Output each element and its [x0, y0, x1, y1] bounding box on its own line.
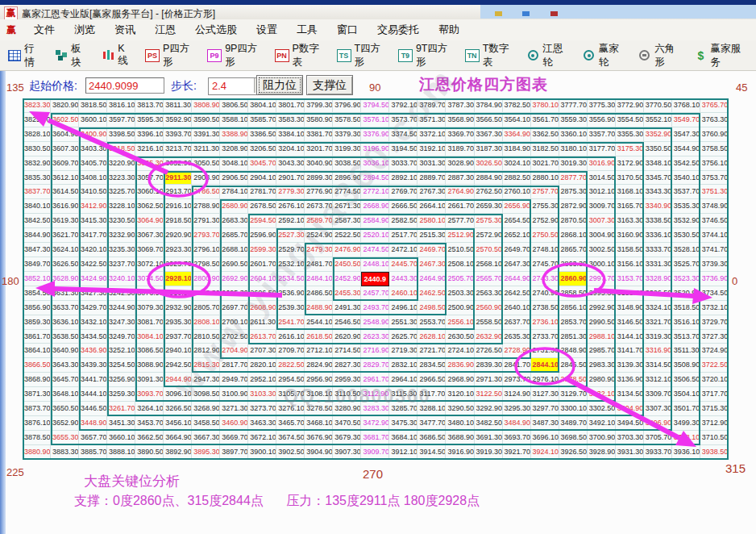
grid-cell: 3496.90 — [644, 416, 672, 431]
grid-cell: 3672.10 — [248, 431, 276, 445]
grid-cell: 3326.50 — [644, 286, 672, 301]
toolbar-item[interactable]: P99P四方形 — [204, 40, 265, 72]
grid-cell: 2683.30 — [220, 214, 248, 228]
menu-item[interactable]: 帮助 — [429, 23, 469, 37]
grid-cell: 3828.10 — [23, 127, 51, 142]
menu-item[interactable]: 工具 — [287, 23, 327, 37]
grid-cell: 3264.10 — [135, 402, 164, 416]
grid-cell: 2704.90 — [220, 344, 248, 358]
grid-cell: 3117.70 — [417, 387, 446, 402]
grid-cell: 3892.90 — [164, 445, 192, 460]
toolbar-item[interactable]: 六角形 — [635, 40, 685, 72]
menu-item[interactable]: 资讯 — [105, 23, 145, 37]
grid-cell: 3439.30 — [79, 358, 107, 373]
grid-cell: 3715.30 — [700, 402, 729, 416]
grid-cell: 2992.90 — [588, 301, 616, 315]
menu-item[interactable]: 公式选股 — [185, 23, 247, 37]
grid-cell: 2913.70 — [164, 185, 192, 199]
grid-cell: 3405.70 — [79, 156, 107, 171]
grid-cell: 3345.70 — [644, 171, 672, 186]
grid-cell: 2863.30 — [559, 257, 588, 272]
grid-cell: 3019.30 — [559, 156, 588, 171]
menu-item[interactable]: 设置 — [247, 23, 287, 37]
grid-cell: 2968.90 — [446, 373, 474, 387]
grid-cell: 3196.90 — [361, 142, 389, 156]
grid-cell: 3302.50 — [588, 402, 616, 416]
grid-cell: 3374.50 — [389, 127, 417, 142]
grid-cell: 3398.50 — [107, 127, 135, 142]
grid-cell: 3141.70 — [616, 344, 644, 358]
grid-cell: 2568.10 — [475, 257, 503, 272]
grid-cell: 3868.90 — [23, 373, 51, 387]
grid-cell: 3290.50 — [446, 402, 474, 416]
start-price-input[interactable] — [85, 77, 164, 94]
grid-cell: 3590.50 — [192, 113, 220, 127]
grid-cell: 2961.70 — [361, 373, 389, 387]
grid-cell: 2920.90 — [164, 228, 192, 243]
grid-cell: 2508.10 — [446, 257, 474, 272]
grid-cell: 3703.30 — [616, 431, 644, 445]
menu-item[interactable]: 浏览 — [64, 23, 105, 37]
grid-cell: 3151.30 — [616, 286, 644, 301]
grid-cell: 2798.50 — [192, 257, 220, 272]
grid-cell: 3160.90 — [616, 228, 644, 243]
grid-cell: 3688.90 — [446, 431, 474, 445]
menu-item[interactable]: 交易委托 — [368, 23, 429, 37]
toolbar-item[interactable]: TST四方形 — [334, 40, 389, 72]
grid-cell: 3321.70 — [644, 315, 672, 330]
grid-cell: 2724.10 — [446, 344, 474, 358]
grid-cell: 3888.10 — [107, 445, 135, 460]
menu-item[interactable]: 窗口 — [327, 23, 368, 37]
grid-cell: 2762.50 — [475, 185, 503, 199]
grid-cell: 3566.50 — [475, 113, 503, 127]
grid-cell: 3552.10 — [644, 113, 672, 127]
support-button[interactable]: 支撑位 — [306, 75, 353, 95]
grid-cell: 2774.50 — [333, 185, 361, 199]
toolbar-item[interactable]: T99T四方形 — [395, 40, 456, 72]
toolbar-item[interactable]: PSP四方形 — [142, 40, 198, 72]
menu-item[interactable]: 江恩 — [145, 23, 185, 37]
grid-cell: 2923.30 — [164, 243, 192, 257]
resistance-button[interactable]: 阻力位 — [256, 75, 303, 95]
toolbar-item[interactable]: 板块 — [52, 40, 93, 72]
pressure-levels: 压力：135度2911点 180度2928点 — [286, 494, 480, 507]
grid-cell: 3518.50 — [672, 301, 700, 315]
grid-cell: 3228.10 — [107, 199, 135, 214]
grid-cell: 3573.70 — [389, 113, 417, 127]
grid-cell: 2719.30 — [389, 344, 417, 358]
toolbar-item[interactable]: 赢家轮 — [579, 40, 629, 72]
toolbar-item[interactable]: 行情 — [5, 40, 46, 72]
grid-cell: 3907.30 — [333, 445, 361, 460]
toolbar-item[interactable]: K线 — [98, 40, 136, 70]
grid-cell: 2529.70 — [276, 243, 305, 257]
TS-badge-icon: TS — [337, 49, 351, 62]
toolbar-item[interactable]: 江恩轮 — [523, 40, 573, 72]
highlighted-price-cell: 2844.10 — [531, 358, 559, 373]
grid-cell: 3045.70 — [248, 156, 276, 171]
grid-cell: 3734.50 — [700, 286, 729, 301]
toolbar-item[interactable]: $赢家服务 — [691, 40, 750, 72]
menu-item[interactable]: 文件 — [24, 23, 64, 37]
grid-cell: 3511.30 — [672, 344, 700, 358]
grid-cell: 3631.30 — [51, 286, 79, 301]
grid-cell: 2488.90 — [305, 301, 333, 315]
grid-cell: 3813.70 — [135, 98, 164, 113]
grid-cell: 3681.70 — [361, 431, 389, 445]
grid-cell: 2865.70 — [559, 243, 588, 257]
grid-cell: 2493.70 — [361, 301, 389, 315]
grid-cell: 3835.30 — [23, 171, 51, 186]
grid-cell: 3914.50 — [417, 445, 446, 460]
grid-cell: 2594.50 — [248, 214, 276, 228]
grid-cell: 3744.10 — [700, 228, 729, 243]
grid-cell: 3122.50 — [475, 387, 503, 402]
toolbar-item[interactable]: PNP数字表 — [272, 40, 328, 72]
grid-cell: 2515.30 — [417, 228, 446, 243]
grid-cell: 3873.70 — [23, 402, 51, 416]
grid-cell: 3705.70 — [644, 431, 672, 445]
grid-cell: 2575.30 — [475, 214, 503, 228]
grid-cell: 3448.90 — [79, 416, 107, 431]
grid-cell: 3187.30 — [475, 142, 503, 156]
grid-cell: 3542.50 — [672, 156, 700, 171]
toolbar-item[interactable]: TNT数字表 — [462, 40, 517, 72]
grid-cell: 3163.30 — [616, 214, 644, 228]
